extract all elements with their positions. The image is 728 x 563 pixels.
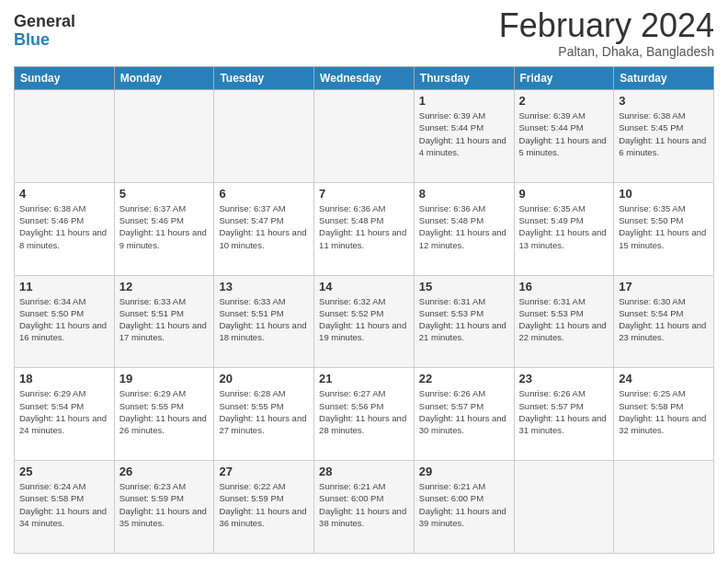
day-number: 14 — [319, 280, 409, 293]
day-info: Sunrise: 6:39 AM Sunset: 5:44 PM Dayligh… — [419, 109, 509, 158]
day-number: 27 — [219, 465, 309, 478]
day-info: Sunrise: 6:29 AM Sunset: 5:54 PM Dayligh… — [19, 387, 109, 436]
day-info: Sunrise: 6:32 AM Sunset: 5:52 PM Dayligh… — [319, 295, 409, 344]
day-info: Sunrise: 6:25 AM Sunset: 5:58 PM Dayligh… — [619, 387, 709, 436]
day-number: 5 — [119, 187, 210, 201]
day-info: Sunrise: 6:24 AM Sunset: 5:58 PM Dayligh… — [19, 480, 109, 529]
day-number: 3 — [619, 94, 709, 108]
day-info: Sunrise: 6:37 AM Sunset: 5:47 PM Dayligh… — [219, 202, 309, 251]
col-wednesday: Wednesday — [314, 67, 415, 90]
day-info: Sunrise: 6:33 AM Sunset: 5:51 PM Dayligh… — [119, 295, 210, 344]
day-number: 18 — [19, 372, 109, 385]
calendar-cell-2-4: 15Sunrise: 6:31 AM Sunset: 5:53 PM Dayli… — [414, 275, 514, 368]
day-info: Sunrise: 6:29 AM Sunset: 5:55 PM Dayligh… — [119, 387, 210, 436]
calendar-cell-3-0: 18Sunrise: 6:29 AM Sunset: 5:54 PM Dayli… — [15, 368, 115, 461]
logo: General Blue — [14, 9, 75, 50]
logo-blue: Blue — [14, 31, 75, 50]
calendar-cell-1-4: 8Sunrise: 6:36 AM Sunset: 5:48 PM Daylig… — [414, 182, 514, 275]
calendar-cell-1-2: 6Sunrise: 6:37 AM Sunset: 5:47 PM Daylig… — [214, 182, 314, 275]
calendar-row-3: 18Sunrise: 6:29 AM Sunset: 5:54 PM Dayli… — [15, 368, 714, 461]
col-tuesday: Tuesday — [214, 67, 314, 90]
col-saturday: Saturday — [614, 67, 714, 90]
calendar-row-0: 1Sunrise: 6:39 AM Sunset: 5:44 PM Daylig… — [15, 90, 714, 183]
day-number: 1 — [419, 94, 509, 108]
day-info: Sunrise: 6:39 AM Sunset: 5:44 PM Dayligh… — [519, 109, 609, 158]
col-monday: Monday — [114, 67, 214, 90]
day-info: Sunrise: 6:36 AM Sunset: 5:48 PM Dayligh… — [419, 202, 509, 251]
day-number: 6 — [219, 187, 309, 201]
day-info: Sunrise: 6:38 AM Sunset: 5:46 PM Dayligh… — [19, 202, 109, 251]
location: Paltan, Dhaka, Bangladesh — [499, 44, 714, 59]
calendar-cell-2-5: 16Sunrise: 6:31 AM Sunset: 5:53 PM Dayli… — [514, 275, 614, 368]
calendar-cell-4-0: 25Sunrise: 6:24 AM Sunset: 5:58 PM Dayli… — [15, 461, 115, 554]
day-number: 28 — [319, 465, 409, 478]
day-info: Sunrise: 6:33 AM Sunset: 5:51 PM Dayligh… — [219, 295, 309, 344]
logo-general: General — [14, 13, 75, 31]
calendar-cell-3-3: 21Sunrise: 6:27 AM Sunset: 5:56 PM Dayli… — [314, 368, 415, 461]
day-number: 9 — [519, 187, 609, 201]
calendar-cell-0-1 — [114, 90, 214, 183]
calendar-cell-0-0 — [15, 90, 115, 183]
calendar-row-1: 4Sunrise: 6:38 AM Sunset: 5:46 PM Daylig… — [15, 182, 714, 275]
calendar-cell-3-4: 22Sunrise: 6:26 AM Sunset: 5:57 PM Dayli… — [414, 368, 514, 461]
day-number: 10 — [619, 187, 709, 201]
calendar-cell-3-2: 20Sunrise: 6:28 AM Sunset: 5:55 PM Dayli… — [214, 368, 314, 461]
day-number: 24 — [619, 372, 709, 385]
page: General Blue February 2024 Paltan, Dhaka… — [0, 0, 728, 563]
day-number: 16 — [519, 280, 609, 293]
calendar-cell-4-2: 27Sunrise: 6:22 AM Sunset: 5:59 PM Dayli… — [214, 461, 314, 554]
day-info: Sunrise: 6:35 AM Sunset: 5:49 PM Dayligh… — [519, 202, 609, 251]
day-number: 25 — [19, 465, 109, 478]
day-info: Sunrise: 6:22 AM Sunset: 5:59 PM Dayligh… — [219, 480, 309, 529]
day-info: Sunrise: 6:26 AM Sunset: 5:57 PM Dayligh… — [419, 387, 509, 436]
calendar-cell-3-1: 19Sunrise: 6:29 AM Sunset: 5:55 PM Dayli… — [114, 368, 214, 461]
calendar-cell-1-6: 10Sunrise: 6:35 AM Sunset: 5:50 PM Dayli… — [614, 182, 714, 275]
day-number: 13 — [219, 280, 309, 293]
day-info: Sunrise: 6:34 AM Sunset: 5:50 PM Dayligh… — [19, 295, 109, 344]
calendar-cell-2-6: 17Sunrise: 6:30 AM Sunset: 5:54 PM Dayli… — [614, 275, 714, 368]
calendar-cell-1-0: 4Sunrise: 6:38 AM Sunset: 5:46 PM Daylig… — [15, 182, 115, 275]
day-number: 17 — [619, 280, 709, 293]
calendar-cell-0-5: 2Sunrise: 6:39 AM Sunset: 5:44 PM Daylig… — [514, 90, 614, 183]
calendar-cell-1-5: 9Sunrise: 6:35 AM Sunset: 5:49 PM Daylig… — [514, 182, 614, 275]
calendar-cell-1-1: 5Sunrise: 6:37 AM Sunset: 5:46 PM Daylig… — [114, 182, 214, 275]
day-number: 11 — [19, 280, 109, 293]
calendar-cell-2-3: 14Sunrise: 6:32 AM Sunset: 5:52 PM Dayli… — [314, 275, 415, 368]
day-info: Sunrise: 6:23 AM Sunset: 5:59 PM Dayligh… — [119, 480, 210, 529]
day-info: Sunrise: 6:28 AM Sunset: 5:55 PM Dayligh… — [219, 387, 309, 436]
day-number: 26 — [119, 465, 210, 478]
day-number: 19 — [119, 372, 210, 385]
calendar-cell-4-4: 29Sunrise: 6:21 AM Sunset: 6:00 PM Dayli… — [414, 461, 514, 554]
day-number: 8 — [419, 187, 509, 201]
day-number: 4 — [19, 187, 109, 201]
day-info: Sunrise: 6:37 AM Sunset: 5:46 PM Dayligh… — [119, 202, 210, 251]
day-number: 12 — [119, 280, 210, 293]
calendar-table: Sunday Monday Tuesday Wednesday Thursday… — [14, 66, 714, 554]
month-year: February 2024 — [499, 9, 714, 42]
day-info: Sunrise: 6:31 AM Sunset: 5:53 PM Dayligh… — [519, 295, 609, 344]
day-number: 21 — [319, 372, 409, 385]
calendar-cell-1-3: 7Sunrise: 6:36 AM Sunset: 5:48 PM Daylig… — [314, 182, 415, 275]
calendar-cell-4-5 — [514, 461, 614, 554]
day-info: Sunrise: 6:38 AM Sunset: 5:45 PM Dayligh… — [619, 109, 709, 158]
calendar-cell-2-1: 12Sunrise: 6:33 AM Sunset: 5:51 PM Dayli… — [114, 275, 214, 368]
day-number: 23 — [519, 372, 609, 385]
calendar-cell-3-5: 23Sunrise: 6:26 AM Sunset: 5:57 PM Dayli… — [514, 368, 614, 461]
logo-text: General Blue — [14, 13, 75, 50]
calendar-cell-4-1: 26Sunrise: 6:23 AM Sunset: 5:59 PM Dayli… — [114, 461, 214, 554]
calendar-cell-0-4: 1Sunrise: 6:39 AM Sunset: 5:44 PM Daylig… — [414, 90, 514, 183]
header: General Blue February 2024 Paltan, Dhaka… — [14, 9, 714, 59]
day-number: 7 — [319, 187, 409, 201]
day-info: Sunrise: 6:30 AM Sunset: 5:54 PM Dayligh… — [619, 295, 709, 344]
col-friday: Friday — [514, 67, 614, 90]
day-number: 2 — [519, 94, 609, 108]
calendar-row-4: 25Sunrise: 6:24 AM Sunset: 5:58 PM Dayli… — [15, 461, 714, 554]
day-number: 29 — [419, 465, 509, 478]
day-info: Sunrise: 6:26 AM Sunset: 5:57 PM Dayligh… — [519, 387, 609, 436]
calendar-cell-4-3: 28Sunrise: 6:21 AM Sunset: 6:00 PM Dayli… — [314, 461, 415, 554]
col-thursday: Thursday — [414, 67, 514, 90]
day-info: Sunrise: 6:36 AM Sunset: 5:48 PM Dayligh… — [319, 202, 409, 251]
day-number: 22 — [419, 372, 509, 385]
day-info: Sunrise: 6:21 AM Sunset: 6:00 PM Dayligh… — [419, 480, 509, 529]
calendar-cell-4-6 — [614, 461, 714, 554]
